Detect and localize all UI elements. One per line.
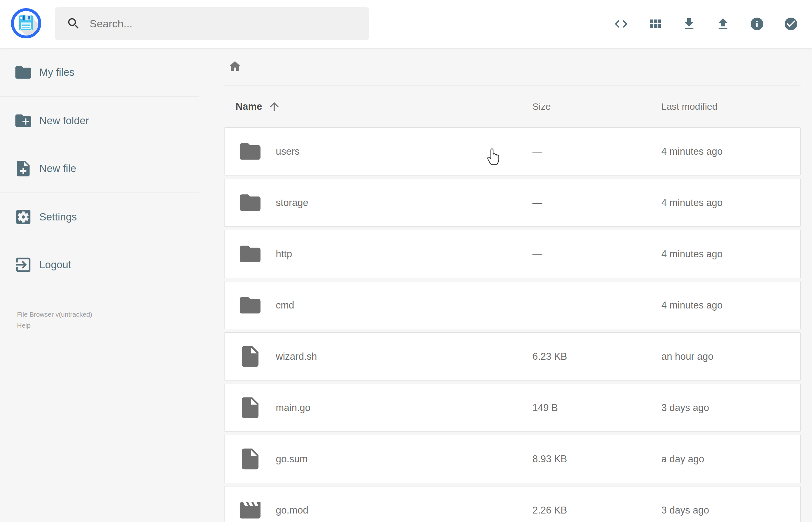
- file-modified: 4 minutes ago: [662, 300, 723, 311]
- file-icon: [238, 446, 263, 471]
- sidebar-item-my-files[interactable]: My files: [0, 48, 199, 96]
- raw-view-button[interactable]: [613, 16, 629, 32]
- breadcrumb: [199, 48, 812, 85]
- column-header-size-label: Size: [532, 101, 551, 112]
- select-multiple-button[interactable]: [784, 16, 798, 32]
- sidebar-item-new-file[interactable]: New file: [0, 145, 199, 193]
- sidebar-item-settings[interactable]: Settings: [0, 193, 199, 241]
- listing-header: Name Size Last modified: [199, 85, 812, 127]
- switch-view-button[interactable]: [648, 16, 663, 32]
- search-input[interactable]: [89, 18, 363, 30]
- file-row[interactable]: main.go 149 B 3 days ago: [224, 384, 801, 432]
- top-bar: [0, 0, 812, 48]
- file-row[interactable]: users — 4 minutes ago: [224, 127, 801, 176]
- file-listing: users — 4 minutes ago storage — 4 minute…: [224, 127, 801, 522]
- logout-icon: [14, 255, 33, 274]
- info-button[interactable]: [749, 16, 765, 32]
- check-circle-icon: [784, 16, 798, 32]
- column-header-size[interactable]: Size: [532, 85, 551, 127]
- file-icon: [238, 344, 263, 369]
- sidebar-item-new-folder[interactable]: New folder: [0, 97, 199, 145]
- file-name: users: [276, 146, 300, 157]
- header-actions: [613, 0, 798, 48]
- file-name: storage: [276, 197, 308, 208]
- folder-icon: [238, 241, 263, 266]
- file-size: —: [532, 197, 542, 208]
- file-size: 2.26 KB: [532, 505, 567, 516]
- file-modified: 3 days ago: [662, 402, 709, 414]
- file-row[interactable]: go.mod 2.26 KB 3 days ago: [224, 486, 801, 522]
- file-modified: 3 days ago: [662, 505, 709, 516]
- file-modified: 4 minutes ago: [662, 248, 723, 260]
- file-modified: a day ago: [662, 454, 704, 465]
- home-icon: [228, 59, 242, 73]
- file-modified: 4 minutes ago: [662, 197, 723, 208]
- sidebar-item-label: My files: [39, 66, 75, 78]
- column-header-name[interactable]: Name: [236, 85, 281, 127]
- folder-icon: [14, 63, 33, 82]
- file-row[interactable]: wizard.sh 6.23 KB an hour ago: [224, 333, 801, 381]
- file-modified: an hour ago: [662, 351, 713, 362]
- create-new-folder-icon: [14, 111, 33, 130]
- file-icon: [238, 395, 263, 420]
- sidebar: My files New folder New file Settings Lo…: [0, 48, 199, 331]
- sidebar-item-label: New file: [39, 163, 76, 175]
- folder-icon: [238, 139, 263, 164]
- column-header-name-label: Name: [236, 101, 262, 112]
- info-icon: [749, 16, 765, 32]
- file-size: 6.23 KB: [532, 351, 567, 362]
- file-row[interactable]: storage — 4 minutes ago: [224, 179, 801, 227]
- file-name: cmd: [276, 300, 295, 311]
- file-row[interactable]: go.sum 8.93 KB a day ago: [224, 435, 801, 483]
- file-size: —: [532, 248, 542, 260]
- column-header-modified-label: Last modified: [662, 101, 717, 112]
- movie-icon: [238, 498, 263, 522]
- file-name: go.mod: [276, 505, 308, 516]
- file-modified: 4 minutes ago: [662, 146, 723, 157]
- app-version-text: File Browser v(untracked): [17, 309, 199, 320]
- main-content: Name Size Last modified users — 4 minute…: [199, 48, 812, 522]
- sidebar-footer: File Browser v(untracked) Help: [0, 309, 199, 331]
- file-size: 149 B: [532, 402, 558, 414]
- file-size: —: [532, 300, 542, 311]
- upload-button[interactable]: [715, 16, 731, 32]
- sidebar-item-label: Settings: [39, 211, 77, 223]
- folder-icon: [238, 190, 263, 215]
- folder-icon: [238, 293, 263, 318]
- new-file-icon: [14, 159, 33, 178]
- download-icon: [682, 16, 696, 32]
- help-link[interactable]: Help: [17, 320, 31, 331]
- settings-icon: [14, 207, 33, 226]
- download-button[interactable]: [682, 16, 696, 32]
- sidebar-item-label: Logout: [39, 259, 71, 271]
- file-name: wizard.sh: [276, 351, 317, 362]
- search-icon: [66, 16, 81, 31]
- sidebar-item-label: New folder: [39, 115, 89, 127]
- arrow-upward-icon: [268, 100, 281, 113]
- file-row[interactable]: http — 4 minutes ago: [224, 230, 801, 278]
- file-name: go.sum: [276, 454, 308, 465]
- file-row[interactable]: cmd — 4 minutes ago: [224, 281, 801, 329]
- sidebar-item-logout[interactable]: Logout: [0, 241, 199, 289]
- file-size: —: [532, 146, 542, 157]
- search-bar[interactable]: [55, 7, 369, 40]
- breadcrumb-home-button[interactable]: [228, 59, 242, 73]
- file-name: main.go: [276, 402, 310, 414]
- file-name: http: [276, 248, 292, 260]
- upload-icon: [715, 16, 731, 32]
- grid-view-icon: [648, 16, 663, 32]
- code-icon: [613, 16, 629, 32]
- filebrowser-logo-icon: [11, 7, 42, 39]
- file-size: 8.93 KB: [532, 454, 567, 465]
- column-header-modified[interactable]: Last modified: [662, 85, 717, 127]
